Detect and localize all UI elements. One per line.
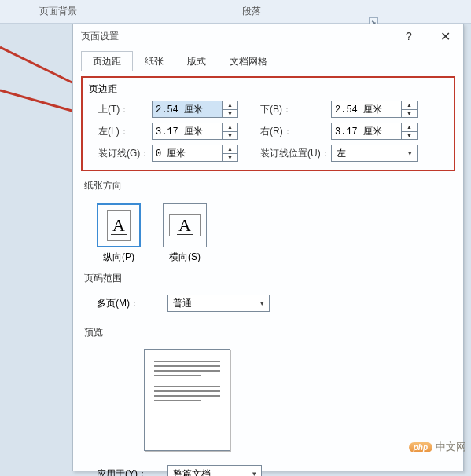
help-button[interactable]: ? bbox=[391, 24, 427, 48]
select-gutter-pos[interactable]: 左 ▾ bbox=[331, 145, 418, 162]
chevron-down-icon[interactable]: ▼ bbox=[223, 154, 237, 162]
label-bottom: 下(B)： bbox=[252, 103, 331, 116]
input-right[interactable] bbox=[332, 123, 401, 139]
orientation-title: 纸张方向 bbox=[84, 179, 455, 192]
orientation-landscape-label: 横向(S) bbox=[163, 251, 207, 264]
close-button[interactable]: ✕ bbox=[427, 24, 463, 48]
spinner-top[interactable]: ▲▼ bbox=[152, 101, 238, 118]
chevron-down-icon[interactable]: ▼ bbox=[223, 132, 237, 140]
label-top: 上(T)： bbox=[89, 103, 152, 116]
chevron-up-icon[interactable]: ▲ bbox=[223, 101, 237, 110]
preview-page-icon bbox=[144, 349, 230, 451]
select-gutter-pos-value: 左 bbox=[332, 147, 403, 160]
orientation-group: A 纵向(P) A 横向(S) bbox=[97, 203, 455, 264]
chevron-up-icon[interactable]: ▲ bbox=[402, 101, 417, 110]
orientation-landscape[interactable]: A bbox=[163, 203, 207, 247]
chevron-up-icon[interactable]: ▲ bbox=[402, 123, 417, 132]
orientation-portrait-label: 纵向(P) bbox=[97, 251, 141, 264]
label-right: 右(R)： bbox=[252, 125, 331, 138]
label-gutter: 装订线(G)： bbox=[89, 147, 152, 160]
chevron-down-icon[interactable]: ▾ bbox=[403, 149, 417, 157]
chevron-down-icon[interactable]: ▾ bbox=[255, 299, 269, 307]
spinner-bottom[interactable]: ▲▼ bbox=[331, 101, 418, 118]
select-multipage-value: 普通 bbox=[168, 297, 255, 310]
input-left[interactable] bbox=[153, 123, 222, 139]
chevron-down-icon[interactable]: ▼ bbox=[223, 110, 237, 118]
spinner-right[interactable]: ▲▼ bbox=[331, 123, 418, 140]
label-apply-to: 应用于(Y)： bbox=[97, 467, 167, 477]
tab-margins[interactable]: 页边距 bbox=[81, 51, 133, 71]
input-top[interactable] bbox=[153, 101, 222, 117]
margins-title: 页边距 bbox=[89, 82, 447, 96]
label-gutter-pos: 装订线位置(U)： bbox=[252, 147, 331, 160]
ribbon-tab-background[interactable]: 页面背景 bbox=[16, 0, 101, 23]
select-apply-to[interactable]: 整篇文档 ▾ bbox=[167, 465, 262, 476]
label-multipage: 多页(M)： bbox=[97, 297, 167, 310]
page-setup-dialog: 页面设置 ? ✕ 页边距 纸张 版式 文档网格 页边距 上(T)： ▲▼ 下(B… bbox=[72, 24, 464, 471]
input-bottom[interactable] bbox=[332, 101, 401, 117]
orientation-portrait[interactable]: A bbox=[97, 203, 141, 247]
preview-title: 预览 bbox=[84, 326, 455, 339]
portrait-a-icon: A bbox=[111, 217, 127, 235]
select-apply-to-value: 整篇文档 bbox=[168, 467, 247, 477]
titlebar: 页面设置 ? ✕ bbox=[73, 24, 463, 48]
tab-layout[interactable]: 版式 bbox=[175, 51, 218, 71]
spinner-gutter[interactable]: ▲▼ bbox=[152, 145, 238, 162]
watermark-text: 中文网 bbox=[436, 440, 466, 454]
input-gutter[interactable] bbox=[153, 145, 222, 161]
watermark-badge: php bbox=[409, 442, 432, 452]
chevron-down-icon[interactable]: ▼ bbox=[402, 110, 417, 118]
dialog-title: 页面设置 bbox=[81, 30, 391, 43]
chevron-up-icon[interactable]: ▲ bbox=[223, 145, 237, 154]
margins-group: 页边距 上(T)： ▲▼ 下(B)： ▲▼ 左(L)： ▲▼ bbox=[81, 76, 455, 171]
ribbon-bar: 页面背景 段落 bbox=[0, 0, 471, 24]
chevron-down-icon[interactable]: ▼ bbox=[402, 132, 417, 140]
ribbon-tab-paragraph[interactable]: 段落 bbox=[219, 0, 285, 23]
label-left: 左(L)： bbox=[89, 125, 152, 138]
pages-title: 页码范围 bbox=[84, 272, 455, 285]
tab-paper[interactable]: 纸张 bbox=[133, 51, 175, 71]
landscape-a-icon: A bbox=[177, 217, 193, 235]
chevron-down-icon[interactable]: ▾ bbox=[247, 470, 261, 476]
watermark: php 中文网 bbox=[409, 440, 466, 454]
dialog-tabs: 页边距 纸张 版式 文档网格 bbox=[81, 51, 455, 71]
tab-grid[interactable]: 文档网格 bbox=[218, 51, 279, 71]
chevron-up-icon[interactable]: ▲ bbox=[223, 123, 237, 132]
select-multipage[interactable]: 普通 ▾ bbox=[167, 295, 270, 312]
spinner-left[interactable]: ▲▼ bbox=[152, 123, 238, 140]
